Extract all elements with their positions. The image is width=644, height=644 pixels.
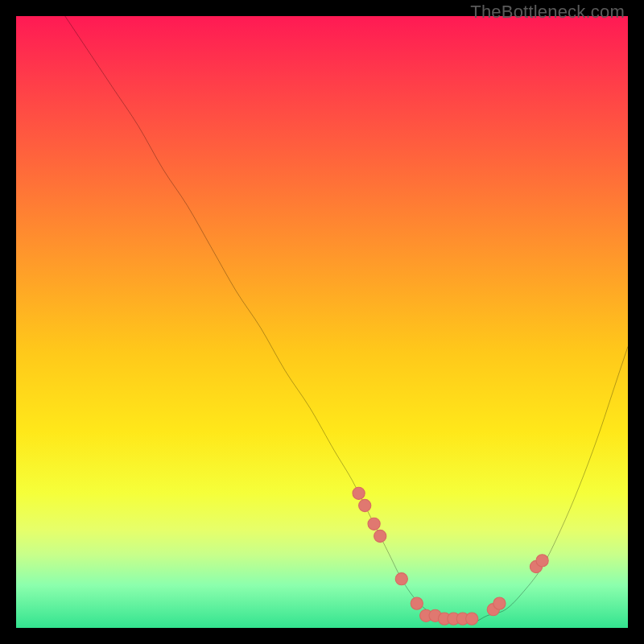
data-dot xyxy=(466,613,478,625)
curve-layer xyxy=(16,16,628,628)
plot-area xyxy=(16,16,628,628)
watermark-text: TheBottleneck.com xyxy=(470,2,625,23)
data-dot xyxy=(411,597,423,609)
data-dots xyxy=(353,487,548,625)
data-dot xyxy=(536,555,548,567)
data-dot xyxy=(368,518,380,530)
data-dot xyxy=(493,597,506,609)
data-dot xyxy=(353,487,365,499)
data-dot xyxy=(374,530,386,542)
data-dot xyxy=(395,573,407,585)
bottleneck-curve xyxy=(65,16,628,622)
chart-frame: TheBottleneck.com xyxy=(0,0,644,644)
data-dot xyxy=(359,499,371,511)
